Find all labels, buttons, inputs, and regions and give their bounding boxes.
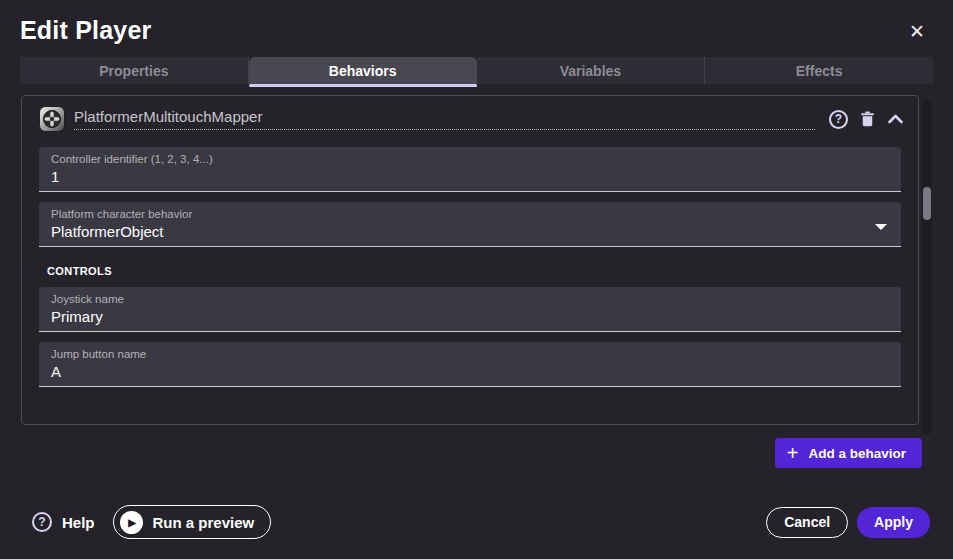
chevron-down-icon [875,224,887,230]
scrollbar-track[interactable] [922,99,932,435]
field-label: Controller identifier (1, 2, 3, 4...) [51,153,889,165]
run-preview-label: Run a preview [153,514,255,531]
field-label: Joystick name [51,293,889,305]
field-label: Platform character behavior [51,208,889,220]
delete-behavior-button[interactable] [858,109,877,129]
help-button[interactable]: ? Help [32,512,95,532]
tab-properties[interactable]: Properties [20,57,249,84]
controls-section-header: CONTROLS [47,265,901,277]
behavior-header: PlatformerMultitouchMapper ? [22,96,918,132]
add-behavior-button[interactable]: + Add a behavior [775,438,922,468]
jump-button-name-field[interactable]: Jump button name A [39,342,901,387]
trash-icon [858,109,877,129]
behaviors-panel: PlatformerMultitouchMapper ? Controller … [21,95,919,425]
add-behavior-label: Add a behavior [808,446,906,461]
multitouch-gamepad-icon [39,106,65,132]
field-value: A [51,363,889,380]
joystick-name-field[interactable]: Joystick name Primary [39,287,901,332]
collapse-behavior-button[interactable] [887,113,904,125]
scrollbar-thumb[interactable] [923,187,931,220]
tab-variables[interactable]: Variables [477,57,706,84]
tab-behaviors[interactable]: Behaviors [249,57,477,84]
platform-character-behavior-select[interactable]: Platform character behavior PlatformerOb… [39,202,901,247]
help-label: Help [62,514,95,531]
controller-identifier-field[interactable]: Controller identifier (1, 2, 3, 4...) 1 [39,147,901,192]
field-value: PlatformerObject [51,223,889,240]
help-icon: ? [32,512,52,532]
close-icon[interactable]: ✕ [905,18,929,45]
tab-effects[interactable]: Effects [705,57,933,84]
field-value: 1 [51,168,889,185]
add-behavior-row: + Add a behavior [0,438,922,468]
page-title: Edit Player [20,16,151,45]
cancel-button[interactable]: Cancel [766,507,848,538]
dialog-header: Edit Player ✕ [0,0,953,45]
field-value: Primary [51,308,889,325]
dialog-footer: ? Help ▶ Run a preview Cancel Apply [32,505,930,539]
chevron-up-icon [887,113,904,125]
run-preview-button[interactable]: ▶ Run a preview [113,505,272,539]
apply-button[interactable]: Apply [857,507,930,538]
field-label: Jump button name [51,348,889,360]
behavior-help-icon[interactable]: ? [829,110,848,129]
behavior-name-field[interactable]: PlatformerMultitouchMapper [74,108,815,130]
play-icon: ▶ [120,511,143,534]
tab-bar: Properties Behaviors Variables Effects [20,57,933,84]
